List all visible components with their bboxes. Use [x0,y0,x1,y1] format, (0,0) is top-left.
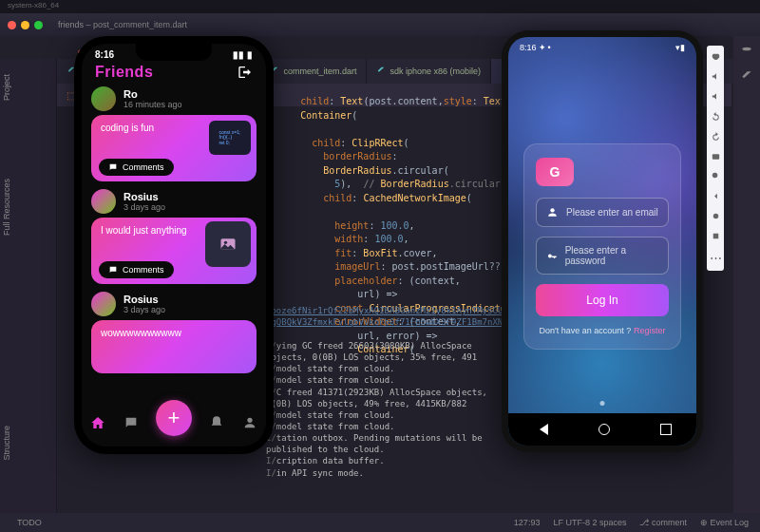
post-author: Rosius [124,191,165,202]
nav-bell[interactable] [209,415,224,434]
rotate-left-icon [711,111,721,122]
zoom-icon [711,171,721,181]
window-controls[interactable] [8,21,43,29]
signal-battery-icon: ▮▮ ▮ [233,49,253,60]
editor-tab[interactable]: comment_item.dart [260,59,367,84]
register-prompt: Don't have an account ? Register [536,326,669,335]
project-sidebar[interactable]: Project Full Resources Structure [0,59,57,513]
android-home[interactable] [598,424,610,435]
email-field[interactable]: Please enter an email [536,198,669,227]
macos-menubar: system-x86_64 [0,0,760,13]
editor-tab[interactable]: sdk iphone x86 (mobile) [367,59,491,84]
window-title: friends – post_comment_item.dart [58,20,187,29]
ide-right-toolstrip[interactable] [733,36,760,513]
back-icon [711,191,721,201]
home-icon [711,211,721,221]
run-console[interactable]: I/ying GC freed 26603(3080KB) AllocSpace… [266,340,494,479]
avatar[interactable] [91,292,116,316]
user-icon [546,206,559,218]
post-author: Ro [124,88,182,100]
svg-rect-9 [712,234,718,239]
svg-point-6 [714,156,717,159]
feed-list[interactable]: Ro16 minutes agocoding is funconst x=1;f… [82,86,266,373]
flutter-icon[interactable] [740,70,753,84]
key-icon [546,250,558,262]
feed-post[interactable]: Rosius3 days agoI would just anythingCom… [91,189,256,284]
hash-output: looze6fNir1rQf22bMyxAQIBABGanzMzIy8k1Ayn… [266,306,494,328]
avatar[interactable] [91,189,116,214]
android-status-bar: 8:16 ✦ • ▾▮ [508,37,696,58]
event-log[interactable]: ⊕ Event Log [700,518,749,527]
svg-point-2 [224,241,227,244]
svg-point-8 [712,214,718,219]
password-field[interactable]: Please enter a password [536,237,669,275]
post-author: Rosius [124,294,165,305]
feed-post[interactable]: Ro16 minutes agocoding is funconst x=1;f… [91,86,256,181]
post-text: wowwwwwwwwww [101,328,247,338]
volume-up-icon [711,71,721,82]
rotate-right-icon [711,131,721,142]
fab-add[interactable]: + [156,400,192,436]
android-recent[interactable] [660,424,672,435]
app-title: Friends [95,64,153,81]
post-time: 3 days ago [124,305,165,314]
post-time: 3 days ago [124,202,165,212]
post-time: 16 minutes ago [124,100,182,109]
volume-down-icon [711,91,721,102]
comments-button[interactable]: Comments [99,261,174,278]
camera-icon [711,151,721,162]
ios-simulator-device: 8:16 ▮▮ ▮ Friends Ro16 minutes agocoding… [74,36,274,454]
android-back[interactable] [534,424,548,435]
svg-point-7 [712,173,717,179]
power-icon [711,51,721,62]
android-emulator-device: 8:16 ✦ • ▾▮ G Please enter an email Plea… [502,30,703,452]
nav-chat[interactable] [124,415,139,434]
svg-point-0 [742,48,750,51]
status-bar: TODO 127:93 LF UTF-8 2 spaces ⎇ comment … [0,513,760,532]
todo-tab[interactable]: TODO [17,518,42,527]
overview-icon [711,231,721,241]
db-icon[interactable] [740,46,753,59]
register-link[interactable]: Register [634,326,666,335]
nav-profile[interactable] [242,415,257,434]
nav-home[interactable] [90,415,105,434]
comments-button[interactable]: Comments [99,159,174,176]
avatar[interactable] [91,86,116,111]
login-button[interactable]: Log In [536,284,669,316]
android-nav-bar[interactable] [508,413,696,446]
git-branch[interactable]: ⎇ comment [639,518,687,527]
login-card: G Please enter an email Please enter a p… [523,143,681,350]
logout-icon[interactable] [238,65,253,80]
emulator-toolbar[interactable]: ⋯ [707,46,724,271]
bottom-nav[interactable]: + [82,403,266,446]
google-signin-button[interactable]: G [536,158,574,186]
svg-point-4 [548,254,552,257]
feed-post[interactable]: Rosius3 days agowowwwwwwwwww [91,292,256,373]
svg-point-3 [550,208,554,212]
